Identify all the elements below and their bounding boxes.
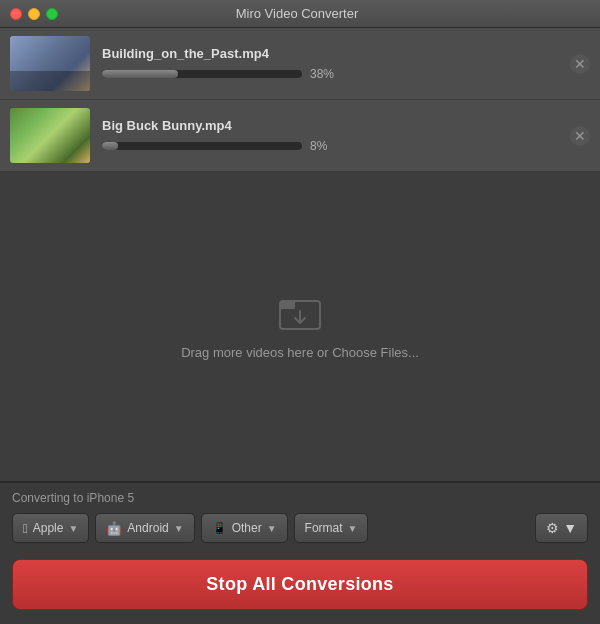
- phone-icon: 📱: [212, 521, 227, 535]
- close-button[interactable]: [10, 8, 22, 20]
- format-label: Format: [305, 521, 343, 535]
- progress-bar-bg-2: [102, 142, 302, 150]
- thumbnail-1: [10, 36, 90, 91]
- bottom-bar: Converting to iPhone 5  Apple ▼ 🤖 Andro…: [0, 482, 600, 549]
- format-button[interactable]: Format ▼: [294, 513, 369, 543]
- apple-chevron-icon: ▼: [68, 523, 78, 534]
- progress-bar-fill-1: [102, 70, 178, 78]
- settings-button[interactable]: ⚙ ▼: [535, 513, 588, 543]
- thumbnail-2: [10, 108, 90, 163]
- drop-area[interactable]: Drag more videos here or Choose Files...: [0, 172, 600, 482]
- remove-button-2[interactable]: ✕: [570, 126, 590, 146]
- video-info-1: Building_on_the_Past.mp4 38%: [102, 46, 558, 81]
- maximize-button[interactable]: [46, 8, 58, 20]
- gear-icon: ⚙: [546, 520, 559, 536]
- video-name-1: Building_on_the_Past.mp4: [102, 46, 558, 61]
- drop-text: Drag more videos here or Choose Files...: [181, 343, 419, 361]
- progress-percent-1: 38%: [310, 67, 340, 81]
- android-icon: 🤖: [106, 521, 122, 536]
- apple-icon: : [23, 521, 28, 536]
- format-chevron-icon: ▼: [348, 523, 358, 534]
- progress-percent-2: 8%: [310, 139, 340, 153]
- other-label: Other: [232, 521, 262, 535]
- converting-label: Converting to iPhone 5: [12, 491, 588, 505]
- android-label: Android: [127, 521, 168, 535]
- other-button[interactable]: 📱 Other ▼: [201, 513, 288, 543]
- device-buttons:  Apple ▼ 🤖 Android ▼ 📱 Other ▼ Format ▼…: [12, 513, 588, 543]
- video-item-1: Building_on_the_Past.mp4 38% ✕: [0, 28, 600, 100]
- close-icon-1: ✕: [574, 56, 586, 72]
- apple-label: Apple: [33, 521, 64, 535]
- drop-instruction: Drag more videos here or: [181, 345, 332, 360]
- video-item-2: Big Buck Bunny.mp4 8% ✕: [0, 100, 600, 172]
- minimize-button[interactable]: [28, 8, 40, 20]
- progress-container-1: 38%: [102, 67, 558, 81]
- close-icon-2: ✕: [574, 128, 586, 144]
- progress-bar-fill-2: [102, 142, 118, 150]
- remove-button-1[interactable]: ✕: [570, 54, 590, 74]
- other-chevron-icon: ▼: [267, 523, 277, 534]
- window-controls: [10, 8, 58, 20]
- video-list: Building_on_the_Past.mp4 38% ✕ Big Buck …: [0, 28, 600, 172]
- settings-chevron-icon: ▼: [563, 520, 577, 536]
- video-name-2: Big Buck Bunny.mp4: [102, 118, 558, 133]
- stop-button-container: Stop All Conversions: [0, 549, 600, 624]
- choose-files-link[interactable]: Choose Files...: [332, 345, 419, 360]
- stop-all-conversions-button[interactable]: Stop All Conversions: [12, 559, 588, 610]
- progress-bar-bg-1: [102, 70, 302, 78]
- progress-container-2: 8%: [102, 139, 558, 153]
- android-button[interactable]: 🤖 Android ▼: [95, 513, 194, 543]
- title-bar: Miro Video Converter: [0, 0, 600, 28]
- apple-button[interactable]:  Apple ▼: [12, 513, 89, 543]
- window-title: Miro Video Converter: [58, 6, 536, 21]
- video-info-2: Big Buck Bunny.mp4 8%: [102, 118, 558, 153]
- svg-rect-1: [280, 301, 295, 309]
- android-chevron-icon: ▼: [174, 523, 184, 534]
- drop-icon: [275, 293, 325, 333]
